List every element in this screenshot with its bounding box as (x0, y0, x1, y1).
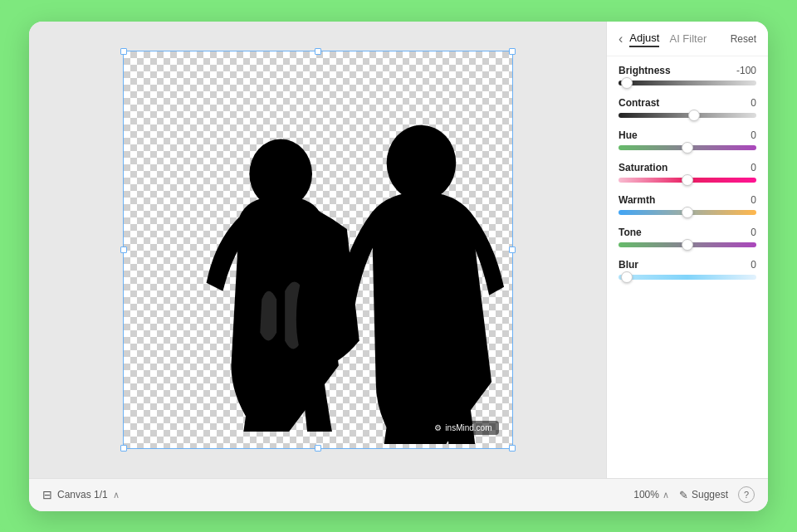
tab-adjust[interactable]: Adjust (629, 32, 659, 47)
contrast-value: 0 (751, 97, 756, 109)
svg-point-1 (386, 124, 456, 201)
tone-track[interactable] (619, 242, 756, 247)
saturation-track[interactable] (619, 178, 756, 183)
tone-thumb[interactable] (682, 239, 693, 251)
hue-label: Hue (619, 129, 638, 141)
main-window: ⚙ insMind.com ↻ ‹ Adjust AI Filter (29, 22, 768, 511)
bottom-bar: ⊟ Canvas 1/1 ∧ 100% ∧ ✎ Suggest ? (29, 478, 768, 511)
warmth-thumb[interactable] (682, 207, 693, 218)
blur-thumb[interactable] (621, 271, 633, 283)
contrast-label-row: Contrast 0 (619, 97, 756, 109)
watermark-text: insMind.com (445, 423, 491, 432)
blur-value: 0 (751, 259, 756, 271)
app-container: ⚙ insMind.com ↻ ‹ Adjust AI Filter (0, 0, 797, 532)
warmth-label: Warmth (619, 194, 655, 206)
hue-track[interactable] (619, 145, 756, 150)
hue-value: 0 (751, 129, 756, 141)
help-button[interactable]: ? (738, 486, 755, 503)
brightness-label-row: Brightness -100 (619, 65, 756, 76)
saturation-slider-group: Saturation 0 (619, 162, 756, 183)
blur-slider-group: Blur 0 (619, 259, 756, 280)
saturation-label-row: Saturation 0 (619, 162, 756, 173)
zoom-info: 100% ∧ (633, 489, 669, 500)
contrast-slider-group: Contrast 0 (619, 97, 756, 118)
brightness-thumb[interactable] (621, 77, 633, 89)
hue-label-row: Hue 0 (619, 129, 756, 141)
canvas-label: Canvas 1/1 (57, 489, 108, 500)
tone-label-row: Tone 0 (619, 227, 756, 238)
watermark: ⚙ insMind.com (428, 421, 498, 435)
right-panel: ‹ Adjust AI Filter Reset Brightness -100 (606, 22, 768, 478)
tone-slider-group: Tone 0 (619, 227, 756, 247)
layers-icon: ⊟ (42, 488, 52, 501)
saturation-thumb[interactable] (682, 174, 693, 186)
canvas-info: ⊟ Canvas 1/1 ∧ (42, 488, 120, 501)
warmth-track[interactable] (619, 210, 756, 215)
sliders-area: Brightness -100 Contrast 0 (607, 56, 768, 478)
blur-label: Blur (619, 259, 638, 271)
hue-thumb[interactable] (682, 142, 693, 154)
reset-button[interactable]: Reset (731, 33, 756, 45)
tab-ai-filter[interactable]: AI Filter (669, 32, 707, 46)
suggest-button[interactable]: ✎ Suggest (679, 489, 728, 501)
brightness-value: -100 (736, 65, 756, 76)
canvas-chevron-icon[interactable]: ∧ (113, 490, 120, 500)
blur-track[interactable] (619, 275, 756, 280)
back-button[interactable]: ‹ (619, 32, 623, 46)
contrast-track[interactable] (619, 113, 756, 118)
zoom-label: 100% (633, 489, 659, 500)
zoom-chevron-icon[interactable]: ∧ (663, 490, 669, 500)
saturation-value: 0 (751, 162, 756, 173)
warmth-slider-group: Warmth 0 (619, 194, 756, 215)
watermark-icon: ⚙ (434, 423, 442, 432)
contrast-label: Contrast (619, 97, 659, 109)
suggest-icon: ✎ (679, 489, 688, 501)
saturation-label: Saturation (619, 162, 667, 173)
warmth-label-row: Warmth 0 (619, 194, 756, 206)
silhouette-image (124, 51, 512, 448)
tone-label: Tone (619, 227, 642, 238)
hue-slider-group: Hue 0 (619, 129, 756, 150)
canvas-area: ⚙ insMind.com ↻ (29, 22, 606, 478)
brightness-slider-group: Brightness -100 (619, 65, 756, 85)
suggest-label: Suggest (692, 489, 728, 500)
tone-value: 0 (751, 227, 756, 238)
brightness-label: Brightness (619, 65, 671, 76)
warmth-value: 0 (751, 194, 756, 206)
contrast-thumb[interactable] (688, 110, 700, 121)
content-area: ⚙ insMind.com ↻ ‹ Adjust AI Filter (29, 22, 768, 478)
canvas-wrapper: ⚙ insMind.com (123, 51, 513, 449)
panel-header: ‹ Adjust AI Filter Reset (607, 22, 768, 56)
blur-label-row: Blur 0 (619, 259, 756, 271)
brightness-track[interactable] (619, 81, 756, 85)
tab-group: Adjust AI Filter (629, 32, 707, 47)
